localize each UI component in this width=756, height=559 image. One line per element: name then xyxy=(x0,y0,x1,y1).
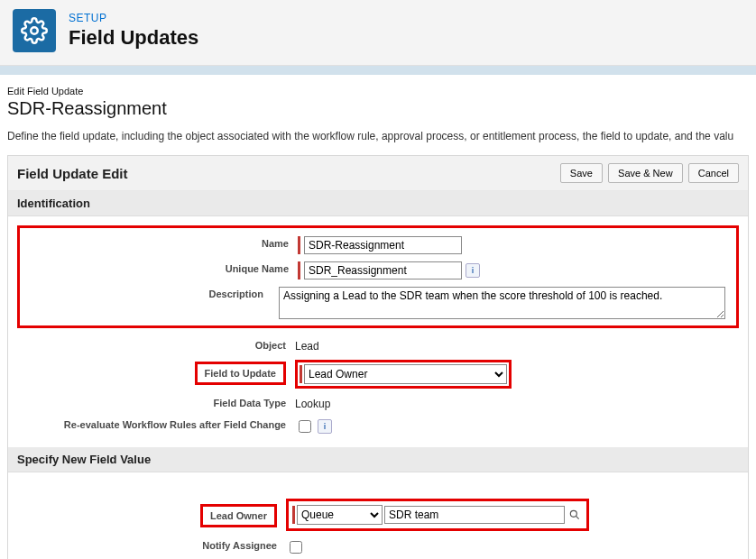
field-data-type-value: Lookup xyxy=(295,394,741,410)
description-textarea[interactable] xyxy=(279,287,725,319)
page-title: Field Updates xyxy=(69,26,198,50)
field-to-update-highlight: Lead Owner xyxy=(295,360,512,389)
svg-point-0 xyxy=(31,27,38,34)
breadcrumb[interactable]: SETUP xyxy=(69,12,198,24)
required-indicator xyxy=(298,261,300,280)
owner-type-select[interactable]: Queue xyxy=(297,505,383,525)
notify-assignee-label: Notify Assignee xyxy=(15,536,286,551)
reevaluate-label: Re-evaluate Workflow Rules after Field C… xyxy=(15,416,295,430)
field-to-update-label: Field to Update xyxy=(15,358,295,385)
lookup-icon[interactable] xyxy=(567,507,583,523)
page-description: Define the field update, including the o… xyxy=(7,130,749,142)
top-button-row: Save Save & New Cancel xyxy=(558,163,739,183)
reevaluate-checkbox[interactable] xyxy=(299,420,311,433)
setup-header: SETUP Field Updates xyxy=(0,0,756,66)
save-button-top[interactable]: Save xyxy=(560,163,603,183)
identification-highlight: Name Unique Name i Description xyxy=(17,225,739,328)
panel-title: Field Update Edit xyxy=(17,166,128,181)
object-value: Lead xyxy=(295,336,741,353)
notify-assignee-checkbox[interactable] xyxy=(290,541,302,554)
svg-point-1 xyxy=(570,510,576,517)
new-field-value-section-title: Specify New Field Value xyxy=(8,447,748,472)
lead-owner-highlight: Queue xyxy=(286,499,589,531)
field-to-update-select[interactable]: Lead Owner xyxy=(304,364,507,384)
identification-section-title: Identification xyxy=(8,191,748,216)
lead-owner-label: Lead Owner xyxy=(15,497,286,527)
save-new-button-top[interactable]: Save & New xyxy=(608,163,683,183)
svg-line-2 xyxy=(576,516,578,518)
cancel-button-top[interactable]: Cancel xyxy=(688,163,739,183)
required-indicator xyxy=(298,236,300,254)
required-indicator xyxy=(300,365,302,383)
info-icon[interactable]: i xyxy=(466,263,480,278)
field-update-edit-panel: Field Update Edit Save Save & New Cancel… xyxy=(7,155,749,559)
edit-label: Edit Field Update xyxy=(7,86,749,96)
description-label: Description xyxy=(31,285,272,299)
owner-value-input[interactable] xyxy=(384,506,565,524)
decorative-strip xyxy=(0,66,756,75)
field-data-type-label: Field Data Type xyxy=(15,394,295,408)
unique-name-label: Unique Name xyxy=(31,260,298,274)
info-icon[interactable]: i xyxy=(318,419,332,434)
required-indicator xyxy=(292,506,295,524)
name-label: Name xyxy=(31,234,298,249)
object-label: Object xyxy=(15,336,295,351)
unique-name-input[interactable] xyxy=(304,261,462,280)
name-input[interactable] xyxy=(304,236,462,254)
gear-icon xyxy=(13,9,56,52)
record-name: SDR-Reassignment xyxy=(7,98,749,119)
